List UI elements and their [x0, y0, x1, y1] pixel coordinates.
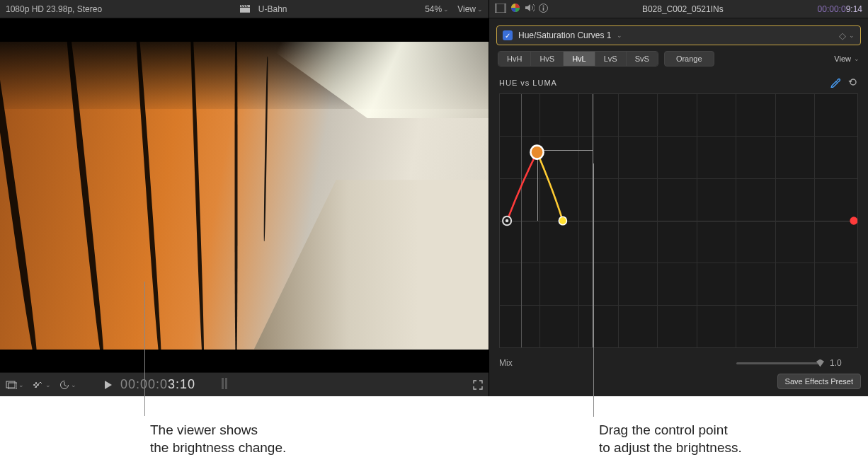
curve-title: HUE vs LUMA: [499, 79, 557, 87]
keyframe-prev-icon[interactable]: ◇: [839, 30, 846, 41]
color-preset-chip[interactable]: Orange: [664, 51, 714, 67]
inspector-header: B028_C002_0521INs 00:00:09:14: [489, 0, 868, 18]
clapperboard-icon: [240, 5, 250, 13]
tab-lvs[interactable]: LvS: [595, 52, 627, 66]
svg-rect-6: [495, 4, 497, 13]
tab-hvh[interactable]: HvH: [498, 52, 531, 66]
play-button[interactable]: [105, 381, 112, 389]
effect-title-row[interactable]: ✓ Hue/Saturation Curves 1 ⌄ ◇ ⌄: [496, 25, 861, 45]
chevron-down-icon[interactable]: ⌄: [617, 32, 622, 39]
mix-row: Mix 1.0: [489, 351, 868, 374]
view-dropdown[interactable]: View ⌄: [457, 4, 483, 14]
curve-svg: [500, 94, 857, 347]
project-title: U-Bahn: [258, 4, 287, 14]
tab-hvl[interactable]: HvL: [564, 52, 595, 66]
control-point-end[interactable]: [850, 217, 857, 225]
svg-point-13: [506, 219, 508, 223]
viewer-footer: ⌄ ⌄ ⌄ 00:00:03:10: [0, 372, 489, 396]
inspector-panel: B028_C002_0521INs 00:00:09:14 ✓ Hue/Satu…: [489, 0, 868, 396]
svg-rect-1: [8, 383, 17, 389]
mix-label: Mix: [499, 358, 513, 368]
app-window: 1080p HD 23.98p, Stereo U-Bahn 54% ⌄ Vie…: [0, 0, 868, 396]
mix-value: 1.0: [830, 358, 858, 368]
zoom-dropdown[interactable]: 54% ⌄: [425, 4, 449, 14]
enhance-tool-dropdown[interactable]: ⌄: [33, 380, 51, 390]
svg-rect-11: [543, 7, 544, 11]
svg-rect-4: [225, 378, 227, 389]
retime-dropdown[interactable]: ⌄: [59, 380, 76, 390]
color-inspector-icon[interactable]: [510, 3, 520, 15]
control-point-right[interactable]: [559, 217, 566, 225]
annotation-left: The viewer shows the brightness change.: [150, 422, 286, 456]
curve-editor: HUE vs LUMA: [489, 71, 868, 351]
tab-hvs[interactable]: HvS: [531, 52, 564, 66]
viewer-body: [0, 18, 489, 372]
info-inspector-icon[interactable]: [539, 4, 548, 15]
timecode-display[interactable]: 00:00:03:10: [120, 377, 195, 392]
viewer-panel: 1080p HD 23.98p, Stereo U-Bahn 54% ⌄ Vie…: [0, 0, 489, 396]
tab-svs[interactable]: SvS: [627, 52, 658, 66]
save-effects-preset-button[interactable]: Save Effects Preset: [777, 374, 861, 389]
svg-rect-7: [504, 4, 506, 13]
preview-image: [0, 42, 489, 350]
svg-rect-3: [222, 378, 224, 389]
mix-slider[interactable]: [736, 362, 821, 364]
effect-enabled-checkbox[interactable]: ✓: [503, 30, 513, 40]
annotation-right: Drag the control point to adjust the bri…: [599, 422, 742, 456]
curve-view-dropdown[interactable]: View⌄: [834, 54, 860, 63]
transform-tool-dropdown[interactable]: ⌄: [6, 381, 24, 389]
clip-timecode: 00:00:09:14: [818, 4, 862, 14]
reset-icon[interactable]: [848, 77, 858, 88]
control-point-peak[interactable]: [530, 146, 543, 159]
clip-name: B028_C002_0521INs: [554, 4, 812, 14]
audio-meter: [221, 376, 229, 393]
fullscreen-button[interactable]: [473, 380, 483, 390]
eyedropper-icon[interactable]: [830, 76, 841, 89]
audio-inspector-icon[interactable]: [525, 4, 535, 14]
clip-format: 1080p HD 23.98p, Stereo: [6, 4, 102, 14]
chevron-down-icon[interactable]: ⌄: [849, 32, 855, 39]
curve-graph[interactable]: [499, 93, 858, 348]
svg-point-10: [543, 5, 544, 6]
viewer-header: 1080p HD 23.98p, Stereo U-Bahn 54% ⌄ Vie…: [0, 0, 489, 18]
svg-rect-0: [6, 381, 15, 388]
video-inspector-icon[interactable]: [495, 4, 506, 15]
effect-name: Hue/Saturation Curves 1: [518, 30, 611, 40]
curve-tabs: HvH HvS HvL LvS SvS Orange View⌄: [489, 51, 868, 71]
